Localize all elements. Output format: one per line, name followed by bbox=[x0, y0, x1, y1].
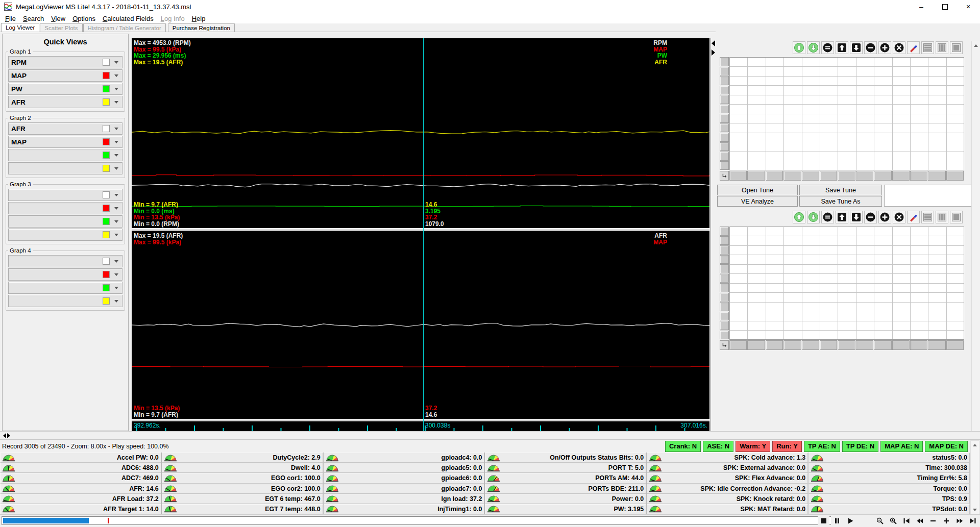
shift-down-green-button[interactable] bbox=[807, 211, 820, 223]
maximize-button[interactable] bbox=[933, 0, 957, 13]
graph-right-splitter[interactable] bbox=[710, 38, 716, 431]
quick-view-selector-3-4[interactable] bbox=[8, 229, 122, 241]
shift-up-green-button[interactable] bbox=[793, 41, 805, 54]
row-header-cell[interactable] bbox=[720, 133, 729, 142]
skip-end-button[interactable] bbox=[967, 516, 978, 526]
arrow-down-button[interactable] bbox=[850, 211, 863, 223]
panel-scrollbar[interactable] bbox=[971, 41, 980, 431]
close-button[interactable]: × bbox=[957, 0, 980, 13]
pause-button[interactable] bbox=[831, 516, 843, 526]
gauge-cell-afr[interactable]: AFR: 14.6 bbox=[0, 484, 161, 494]
gauge-cell-gpioadc4[interactable]: gpioadc4: 0.0 bbox=[324, 453, 485, 463]
column-header-cell[interactable] bbox=[802, 171, 819, 181]
row-header-cell[interactable] bbox=[720, 152, 729, 161]
ve-analyze-button[interactable]: VE Analyze bbox=[717, 196, 798, 207]
gauge-cell-gpioadc5[interactable]: gpioadc5: 0.0 bbox=[324, 463, 485, 473]
shift-up-green-button[interactable] bbox=[793, 211, 805, 223]
save-tune-as-button[interactable]: Save Tune As bbox=[799, 196, 882, 207]
tab-purchase-registration[interactable]: Purchase Registration bbox=[168, 23, 235, 32]
column-view-button[interactable] bbox=[936, 211, 948, 223]
quick-view-selector-4-1[interactable] bbox=[8, 255, 122, 267]
gauge-cell-ego-cor2[interactable]: EGO cor2: 100.0 bbox=[162, 484, 323, 494]
edit-pencil-button[interactable] bbox=[907, 41, 920, 54]
gauge-cell-injtiming1[interactable]: InjTiming1: 0.0 bbox=[324, 504, 485, 514]
time-axis[interactable]: 292.962s. 300.038s 307.016s. bbox=[132, 421, 709, 431]
rewind-button[interactable] bbox=[914, 516, 925, 526]
clear-button[interactable] bbox=[893, 41, 905, 54]
gauge-cell-afr-target-1[interactable]: AFR Target 1: 14.0 bbox=[0, 504, 161, 514]
graph-2[interactable]: Max = 19.5 (AFR)Max = 99.5 (kPa) AFRMAP … bbox=[132, 231, 709, 419]
gauge-cell-pw[interactable]: PW: 3.195 bbox=[485, 504, 646, 514]
save-tune-button[interactable]: Save Tune bbox=[799, 185, 882, 195]
gauge-cell-power[interactable]: Power: 0.0 bbox=[485, 494, 646, 504]
zoom-in-button[interactable] bbox=[887, 516, 899, 526]
column-header-cell[interactable] bbox=[874, 171, 891, 181]
row-header-cell[interactable] bbox=[720, 236, 729, 245]
column-header-cell[interactable] bbox=[838, 171, 855, 181]
graph-separator[interactable] bbox=[132, 228, 709, 231]
gauge-cell-spk-mat-retard[interactable]: SPK: MAT Retard: 0.0 bbox=[647, 504, 808, 514]
gauge-cell-spk-knock-retard[interactable]: SPK: Knock retard: 0.0 bbox=[647, 494, 808, 504]
quick-view-selector-2-4[interactable] bbox=[8, 162, 122, 174]
equalize-button[interactable] bbox=[821, 211, 834, 223]
menu-options[interactable]: Options bbox=[69, 14, 99, 23]
arrow-down-button[interactable] bbox=[850, 41, 863, 54]
graph-1[interactable]: Max = 4953.0 (RPM)Max = 99.5 (kPa)Max = … bbox=[132, 38, 709, 228]
quick-view-selector-3-2[interactable] bbox=[8, 202, 122, 214]
scroll-up-button[interactable] bbox=[971, 441, 979, 449]
row-header-cell[interactable] bbox=[720, 255, 729, 264]
column-header-cell[interactable] bbox=[892, 171, 910, 181]
horizontal-splitter[interactable] bbox=[0, 431, 980, 440]
log-position-slider[interactable] bbox=[2, 516, 831, 525]
row-header-cell[interactable] bbox=[720, 331, 729, 340]
row-header-cell[interactable] bbox=[720, 57, 729, 66]
open-tune-button[interactable]: Open Tune bbox=[717, 185, 798, 195]
menu-file[interactable]: File bbox=[2, 14, 19, 23]
column-header-cell[interactable] bbox=[729, 340, 747, 350]
row-view-button[interactable] bbox=[921, 41, 934, 54]
column-header-cell[interactable] bbox=[766, 171, 783, 181]
quick-view-selector-4-4[interactable] bbox=[8, 295, 122, 307]
quick-view-selector-1-1[interactable]: RPM bbox=[8, 56, 122, 68]
fast-forward-button[interactable] bbox=[953, 516, 965, 526]
row-header-cell[interactable] bbox=[720, 245, 729, 255]
column-header-cell[interactable] bbox=[766, 340, 783, 350]
gauge-cell-ports-am[interactable]: PORTs AM: 44.0 bbox=[485, 473, 646, 483]
gauge-cell-gpioadc6[interactable]: gpioadc6: 0.0 bbox=[324, 473, 485, 483]
column-header-cell[interactable] bbox=[802, 340, 819, 350]
column-header-cell[interactable] bbox=[928, 340, 945, 350]
column-header-cell[interactable] bbox=[747, 340, 765, 350]
splitter-left-icon[interactable] bbox=[3, 433, 6, 438]
row-header-cell[interactable] bbox=[720, 86, 729, 95]
column-header-cell[interactable] bbox=[783, 171, 801, 181]
equalize-button[interactable] bbox=[821, 41, 834, 54]
table-cells-grid[interactable] bbox=[729, 227, 964, 340]
row-header-cell[interactable] bbox=[720, 302, 729, 311]
gauge-cell-spk-idle-correction-advance[interactable]: SPK: Idle Correction Advance: -0.2 bbox=[647, 484, 808, 494]
gauge-cell-spk-flex-advance[interactable]: SPK: Flex Advance: 0.0 bbox=[647, 473, 808, 483]
gauge-cell-on-off-outputs-status-bits[interactable]: On/Off Outputs Status Bits: 0.0 bbox=[485, 453, 646, 463]
column-header-cell[interactable] bbox=[910, 340, 927, 350]
scroll-down-button[interactable] bbox=[971, 506, 979, 514]
row-header-cell[interactable] bbox=[720, 161, 729, 170]
gauge-cell-tps[interactable]: TPS: 0.9 bbox=[808, 494, 970, 504]
column-header-cell[interactable] bbox=[946, 340, 964, 350]
gauge-cell-ign-load[interactable]: Ign load: 37.2 bbox=[324, 494, 485, 504]
menu-calculated-fields[interactable]: Calculated Fields bbox=[99, 14, 157, 23]
quick-view-selector-3-1[interactable] bbox=[8, 189, 122, 201]
quick-view-selector-1-4[interactable]: AFR bbox=[8, 96, 122, 108]
quick-view-selector-1-2[interactable]: MAP bbox=[8, 69, 122, 82]
gauge-cell-time[interactable]: Time: 300.038 bbox=[808, 463, 970, 473]
column-header-cell[interactable] bbox=[747, 171, 765, 181]
increment-button[interactable] bbox=[878, 41, 891, 54]
column-header-cell[interactable] bbox=[856, 340, 873, 350]
column-header-cell[interactable] bbox=[892, 340, 910, 350]
row-header-cell[interactable] bbox=[720, 67, 729, 76]
block-view-button[interactable] bbox=[950, 41, 963, 54]
scroll-up-button[interactable] bbox=[972, 41, 979, 49]
menu-help[interactable]: Help bbox=[188, 14, 209, 23]
gauge-cell-tpsdot[interactable]: TPSdot: 0.0 bbox=[808, 504, 970, 514]
quick-view-selector-4-3[interactable] bbox=[8, 282, 122, 294]
skip-start-button[interactable] bbox=[900, 516, 912, 526]
gauge-cell-port-t[interactable]: PORT T: 5.0 bbox=[485, 463, 646, 473]
